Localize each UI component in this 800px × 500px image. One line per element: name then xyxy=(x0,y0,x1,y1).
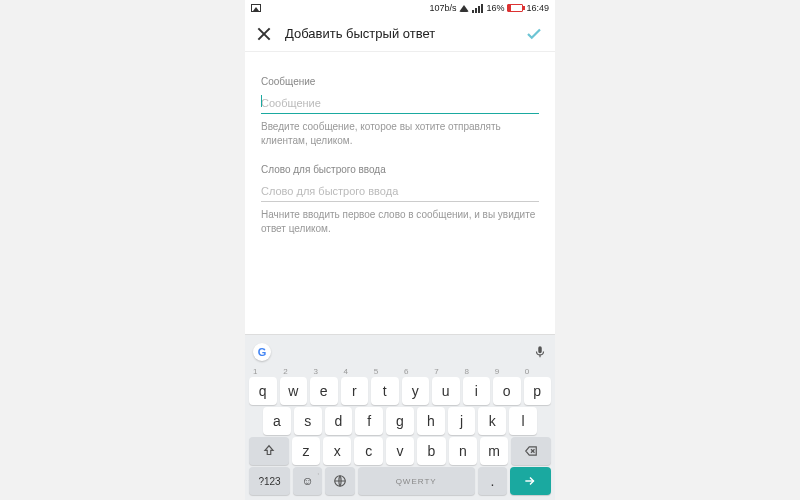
key-row-4: ?123 ☺, QWERTY . xyxy=(247,466,553,496)
suggestion-bar: G xyxy=(247,339,553,367)
google-icon[interactable]: G xyxy=(253,343,271,361)
key-h[interactable]: h xyxy=(417,407,445,435)
key-n[interactable]: n xyxy=(449,437,477,465)
key-row-1: q w e r t y u i o p xyxy=(247,376,553,406)
key-r[interactable]: r xyxy=(341,377,369,405)
clock: 16:49 xyxy=(526,3,549,13)
key-f[interactable]: f xyxy=(355,407,383,435)
period-key[interactable]: . xyxy=(478,467,507,495)
space-key[interactable]: QWERTY xyxy=(358,467,475,495)
message-help: Введите сообщение, которое вы хотите отп… xyxy=(261,120,539,148)
number-hints: 1234567890 xyxy=(247,367,553,376)
key-o[interactable]: o xyxy=(493,377,521,405)
key-b[interactable]: b xyxy=(417,437,445,465)
key-t[interactable]: t xyxy=(371,377,399,405)
key-row-2: a s d f g h j k l xyxy=(247,406,553,436)
backspace-key[interactable] xyxy=(511,437,551,465)
key-s[interactable]: s xyxy=(294,407,322,435)
battery-pct: 16% xyxy=(486,3,504,13)
shortcut-input[interactable] xyxy=(261,181,539,202)
key-v[interactable]: v xyxy=(386,437,414,465)
confirm-button[interactable] xyxy=(525,25,543,43)
key-q[interactable]: q xyxy=(249,377,277,405)
text-cursor xyxy=(261,95,262,107)
key-j[interactable]: j xyxy=(448,407,476,435)
shortcut-label: Слово для быстрого ввода xyxy=(261,164,539,175)
shift-key[interactable] xyxy=(249,437,289,465)
emoji-key[interactable]: ☺, xyxy=(293,467,322,495)
key-i[interactable]: i xyxy=(463,377,491,405)
key-m[interactable]: m xyxy=(480,437,508,465)
wifi-icon xyxy=(459,5,469,12)
mic-icon[interactable] xyxy=(533,345,547,359)
keyboard: G 1234567890 q w e r t y u i o p a s d f… xyxy=(245,334,555,500)
key-x[interactable]: x xyxy=(323,437,351,465)
message-input[interactable] xyxy=(261,93,539,114)
enter-key[interactable] xyxy=(510,467,551,495)
key-l[interactable]: l xyxy=(509,407,537,435)
key-a[interactable]: a xyxy=(263,407,291,435)
network-speed: 107b/s xyxy=(429,3,456,13)
app-header: Добавить быстрый ответ xyxy=(245,16,555,52)
shortcut-help: Начните вводить первое слово в сообщении… xyxy=(261,208,539,236)
key-u[interactable]: u xyxy=(432,377,460,405)
symbols-key[interactable]: ?123 xyxy=(249,467,290,495)
phone-frame: 107b/s 16% 16:49 Добавить быстрый ответ … xyxy=(245,0,555,500)
key-z[interactable]: z xyxy=(292,437,320,465)
key-k[interactable]: k xyxy=(478,407,506,435)
message-label: Сообщение xyxy=(261,76,539,87)
key-p[interactable]: p xyxy=(524,377,552,405)
status-bar: 107b/s 16% 16:49 xyxy=(245,0,555,16)
close-icon[interactable] xyxy=(257,27,271,41)
key-row-3: z x c v b n m xyxy=(247,436,553,466)
key-g[interactable]: g xyxy=(386,407,414,435)
image-icon xyxy=(251,4,261,12)
key-c[interactable]: c xyxy=(354,437,382,465)
key-d[interactable]: d xyxy=(325,407,353,435)
language-key[interactable] xyxy=(325,467,354,495)
page-title: Добавить быстрый ответ xyxy=(285,26,435,41)
key-e[interactable]: e xyxy=(310,377,338,405)
battery-icon xyxy=(507,4,523,12)
key-w[interactable]: w xyxy=(280,377,308,405)
signal-icon xyxy=(472,4,483,13)
form-area: Сообщение Введите сообщение, которое вы … xyxy=(245,52,555,334)
key-y[interactable]: y xyxy=(402,377,430,405)
